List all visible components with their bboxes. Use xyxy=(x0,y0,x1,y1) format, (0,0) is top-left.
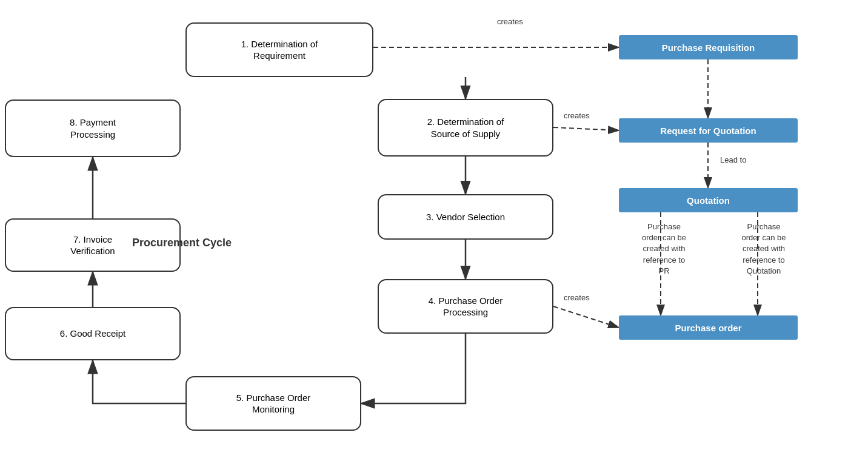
creates-label-2: creates xyxy=(564,111,590,120)
rfq-box: Request for Quotation xyxy=(619,118,798,143)
svg-line-9 xyxy=(553,306,619,328)
step4-box: 4. Purchase Order Processing xyxy=(378,279,553,334)
creates-label-1: creates xyxy=(497,17,523,26)
step5-box: 5. Purchase Order Monitoring xyxy=(185,376,361,431)
lead-to-label: Lead to xyxy=(720,155,746,164)
procurement-cycle-label: Procurement Cycle xyxy=(121,237,242,249)
quotation-box: Quotation xyxy=(619,188,798,212)
purchase-requisition-box: Purchase Requisition xyxy=(619,35,798,59)
ref-pr-label: Purchase order can be created with refer… xyxy=(629,221,699,277)
ref-quotation-label: Purchase order can be created with refer… xyxy=(724,221,803,277)
step8-box: 8. Payment Processing xyxy=(5,99,181,157)
step2-box: 2. Determination of Source of Supply xyxy=(378,99,553,157)
step1-box: 1. Determination of Requirement xyxy=(185,22,373,77)
creates-label-3: creates xyxy=(564,293,590,302)
step6-box: 6. Good Receipt xyxy=(5,307,181,360)
step3-box: 3. Vendor Selection xyxy=(378,194,553,240)
svg-line-8 xyxy=(553,127,619,130)
diagram-container: 1. Determination of Requirement 2. Deter… xyxy=(0,0,868,455)
purchase-order-box: Purchase order xyxy=(619,315,798,340)
